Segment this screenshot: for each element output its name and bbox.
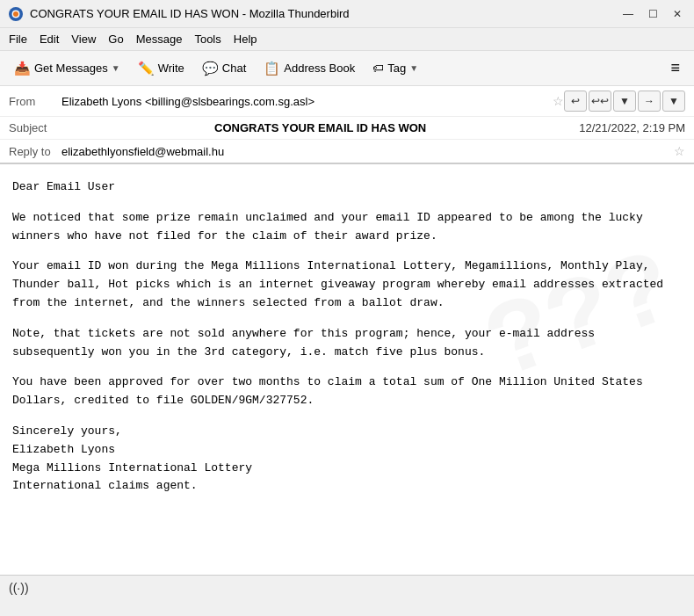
tag-icon: 🏷: [372, 62, 384, 75]
more-nav-btn[interactable]: ▼: [662, 91, 685, 112]
menu-view[interactable]: View: [71, 33, 96, 46]
from-row: From Elizabeth Lyons <billing@slsbearing…: [0, 86, 694, 117]
svg-point-1: [13, 11, 18, 17]
menu-tools[interactable]: Tools: [194, 33, 220, 46]
close-button[interactable]: ✕: [669, 6, 685, 22]
reply-all-icon-btn[interactable]: ↩↩: [589, 91, 611, 112]
get-messages-dropdown-icon: ▼: [112, 63, 120, 73]
subject-row: Subject CONGRATS YOUR EMAIL ID HAS WON 1…: [0, 117, 694, 140]
from-label: From: [9, 95, 61, 108]
closing-block: Sincerely yours, Elizabeth Lyons Mega Mi…: [12, 423, 682, 496]
reply-to-row: Reply to elizabethlyonsfield@webmail.hu …: [0, 140, 694, 163]
write-button[interactable]: ✏️ Write: [131, 57, 192, 80]
chat-label: Chat: [222, 62, 246, 75]
greeting: Dear Email User: [12, 178, 682, 197]
toolbar: 📥 Get Messages ▼ ✏️ Write 💬 Chat 📋 Addre…: [0, 51, 694, 86]
signer-role: International claims agent.: [12, 479, 198, 492]
get-messages-button[interactable]: 📥 Get Messages ▼: [7, 57, 127, 80]
signer-org: Mega Millions International Lottery: [12, 461, 252, 475]
tag-label: Tag: [387, 62, 406, 75]
paragraph3: Note, that tickets are not sold anywhere…: [12, 325, 682, 362]
menu-message[interactable]: Message: [136, 33, 183, 46]
nav-dropdown-btn[interactable]: ▼: [613, 91, 636, 112]
menu-file[interactable]: File: [9, 33, 27, 46]
signal-icon: ((·)): [9, 581, 29, 595]
reply-to-label: Reply to: [9, 145, 61, 158]
get-messages-icon: 📥: [14, 61, 31, 76]
menu-go[interactable]: Go: [108, 33, 123, 46]
address-book-label: Address Book: [284, 62, 355, 75]
write-label: Write: [158, 62, 184, 75]
window-controls: — ☐ ✕: [620, 6, 685, 22]
hamburger-menu-button[interactable]: ≡: [663, 55, 687, 81]
menu-help[interactable]: Help: [234, 33, 257, 46]
from-star-icon[interactable]: ☆: [553, 94, 564, 108]
window-title: CONGRATS YOUR EMAIL ID HAS WON - Mozilla…: [30, 7, 350, 20]
maximize-button[interactable]: ☐: [645, 6, 661, 22]
reply-icon-btn[interactable]: ↩: [564, 91, 587, 112]
tag-dropdown-icon: ▼: [409, 63, 418, 73]
write-icon: ✏️: [138, 61, 155, 76]
minimize-button[interactable]: —: [620, 6, 636, 22]
reply-to-star-icon[interactable]: ☆: [674, 144, 685, 158]
paragraph2: Your email ID won during the Mega Millio…: [12, 257, 682, 312]
subject-label: Subject: [9, 121, 61, 134]
email-body: ??? Dear Email User We noticed that some…: [0, 164, 694, 575]
email-nav-buttons: ↩ ↩↩ ▼ → ▼: [564, 91, 685, 112]
address-book-button[interactable]: 📋 Address Book: [257, 57, 362, 80]
chat-icon: 💬: [202, 61, 219, 76]
tag-button[interactable]: 🏷 Tag ▼: [365, 58, 425, 78]
status-bar: ((·)): [0, 575, 694, 599]
subject-value: CONGRATS YOUR EMAIL ID HAS WON: [214, 121, 426, 134]
chat-button[interactable]: 💬 Chat: [195, 57, 253, 80]
signer-name: Elizabeth Lyons: [12, 443, 115, 456]
forward-btn[interactable]: →: [638, 91, 661, 112]
closing: Sincerely yours,: [12, 424, 122, 438]
menu-edit[interactable]: Edit: [40, 33, 59, 46]
app-icon: [9, 7, 23, 21]
menu-bar: File Edit View Go Message Tools Help: [0, 28, 694, 51]
title-bar: CONGRATS YOUR EMAIL ID HAS WON - Mozilla…: [0, 0, 694, 28]
from-value: Elizabeth Lyons <billing@slsbearings.com…: [61, 95, 547, 108]
paragraph1: We noticed that some prize remain unclai…: [12, 209, 682, 246]
email-body-content: Dear Email User We noticed that some pri…: [12, 178, 682, 496]
toolbar-right: ≡: [663, 55, 687, 81]
reply-to-value: elizabethlyonsfield@webmail.hu: [61, 145, 669, 158]
get-messages-label: Get Messages: [34, 62, 108, 75]
paragraph4: You have been approved for over two mont…: [12, 373, 682, 410]
address-book-icon: 📋: [264, 61, 280, 76]
email-header: From Elizabeth Lyons <billing@slsbearing…: [0, 86, 694, 164]
email-date: 12/21/2022, 2:19 PM: [579, 121, 685, 134]
